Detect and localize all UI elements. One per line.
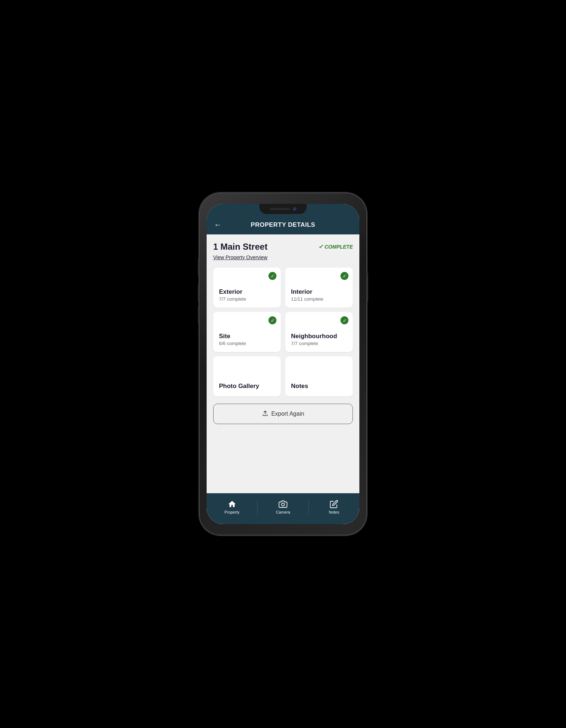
card-subtitle-neighbourhood: 7/7 complete (291, 341, 347, 346)
card-subtitle-interior: 11/11 complete (291, 296, 347, 302)
export-again-button[interactable]: Export Again (213, 404, 353, 424)
phone-wrapper: ← PROPERTY DETAILS 1 Main Street ✓ COMPL… (196, 189, 370, 539)
card-photo-gallery[interactable]: Photo Gallery (213, 356, 281, 396)
notch (259, 204, 307, 214)
property-name: 1 Main Street (213, 242, 267, 252)
notch-camera (293, 207, 296, 211)
export-icon (262, 410, 268, 418)
card-neighbourhood[interactable]: ✓ Neighbourhood 7/7 complete (285, 312, 353, 352)
card-title-interior: Interior (291, 288, 347, 296)
card-title-site: Site (219, 333, 275, 340)
card-title-photo-gallery: Photo Gallery (219, 383, 275, 390)
phone-shell: ← PROPERTY DETAILS 1 Main Street ✓ COMPL… (199, 193, 367, 535)
phone-screen: ← PROPERTY DETAILS 1 Main Street ✓ COMPL… (207, 204, 359, 524)
bottom-nav: Property Camera Notes (207, 493, 359, 524)
notch-speaker (270, 208, 290, 210)
card-title-neighbourhood: Neighbourhood (291, 333, 347, 340)
back-button[interactable]: ← (214, 220, 222, 230)
svg-point-1 (282, 503, 284, 506)
complete-check-exterior: ✓ (268, 272, 276, 280)
nav-item-camera[interactable]: Camera (257, 500, 308, 514)
notes-edit-icon (330, 500, 338, 509)
complete-badge: ✓ COMPLETE (318, 243, 353, 250)
complete-label: COMPLETE (324, 244, 353, 250)
card-title-exterior: Exterior (219, 288, 275, 296)
nav-label-camera: Camera (276, 510, 290, 514)
card-subtitle-site: 6/6 complete (219, 341, 275, 346)
card-site[interactable]: ✓ Site 6/6 complete (213, 312, 281, 352)
camera-icon (279, 500, 287, 509)
export-label: Export Again (271, 411, 304, 417)
view-overview-link[interactable]: View Property Overview (213, 254, 267, 260)
nav-label-property: Property (224, 510, 240, 514)
complete-check-neighbourhood: ✓ (340, 316, 348, 324)
card-exterior[interactable]: ✓ Exterior 7/7 complete (213, 268, 281, 308)
card-interior[interactable]: ✓ Interior 11/11 complete (285, 268, 353, 308)
card-notes[interactable]: Notes (285, 356, 353, 396)
main-content: 1 Main Street ✓ COMPLETE View Property O… (207, 234, 359, 493)
nav-label-notes: Notes (329, 510, 339, 514)
checkmark-icon: ✓ (318, 243, 323, 250)
nav-item-notes[interactable]: Notes (308, 500, 359, 514)
page-title: PROPERTY DETAILS (251, 221, 315, 229)
property-header: 1 Main Street ✓ COMPLETE (213, 242, 353, 252)
complete-check-site: ✓ (268, 316, 276, 324)
complete-check-interior: ✓ (340, 272, 348, 280)
sections-grid: ✓ Exterior 7/7 complete ✓ Interior 11/11… (213, 268, 353, 396)
nav-item-property[interactable]: Property (207, 500, 257, 514)
card-title-notes: Notes (291, 383, 347, 390)
card-subtitle-exterior: 7/7 complete (219, 296, 275, 302)
home-icon (228, 500, 236, 509)
